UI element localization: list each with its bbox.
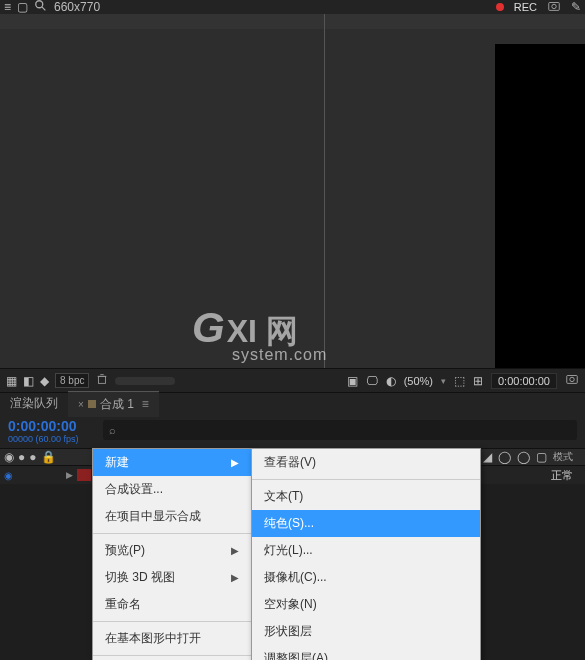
submenu-arrow-icon: ▶ [231,572,239,583]
eye-column-icon[interactable]: ◉ [4,450,14,464]
submenu-item-label: 空对象(N) [264,597,317,611]
mask-toggle-icon[interactable]: ◐ [386,374,396,388]
lock-column-icon[interactable]: 🔒 [41,450,56,464]
top-toolbar: ≡ ▢ 660x770 REC ✎ [0,0,585,14]
viewer-black-region [495,44,585,368]
switch1-icon[interactable]: ◯ [498,450,511,464]
submenu-arrow-icon: ▶ [231,545,239,556]
submenu-item-viewer[interactable]: 查看器(V) [252,449,480,476]
menu-item-label: 预览(P) [105,542,145,559]
mode-column-label: 模式 [553,450,573,464]
toggle-alpha-icon[interactable]: ▦ [6,374,17,388]
submenu-item-adjustment[interactable]: 调整图层(A) [252,645,480,660]
zoom-caret-icon[interactable]: ▾ [441,376,446,386]
context-menu: 新建 ▶ 合成设置... 在项目中显示合成 预览(P) ▶ 切换 3D 视图 ▶… [92,448,252,660]
tab-close-icon[interactable]: × [78,399,84,410]
timeline-header: 0:00:00:00 00000 (60.00 fps) ⌕ [0,414,585,448]
submenu-item-label: 灯光(L)... [264,543,313,557]
menu-item-comp-settings[interactable]: 合成设置... [93,476,251,503]
grid-icon[interactable]: ▣ [347,374,358,388]
submenu-arrow-icon: ▶ [231,457,239,468]
search-input[interactable] [116,424,571,436]
submenu-item-label: 调整图层(A) [264,651,328,660]
search-icon: ⌕ [109,424,116,436]
menu-item-label: 新建 [105,454,129,471]
submenu-item-label: 摄像机(C)... [264,570,327,584]
submenu-item-light[interactable]: 灯光(L)... [252,537,480,564]
pencil-icon[interactable]: ✎ [571,0,581,14]
menu-item-label: 在基本图形中打开 [105,630,201,647]
tab-label: 合成 1 [100,396,134,413]
monitor-icon[interactable]: 🖵 [366,374,378,388]
tab-composition[interactable]: × 合成 1 ≡ [68,391,159,417]
submenu-item-text[interactable]: 文本(T) [252,483,480,510]
switch2-icon[interactable]: ◯ [517,450,530,464]
submenu-item-label: 查看器(V) [264,455,316,469]
trash-icon[interactable] [95,372,109,389]
guides-icon[interactable]: ⊞ [473,374,483,388]
watermark-domain: system.com [232,346,327,364]
menu-item-reveal-comp[interactable]: 在项目中显示合成 [93,503,251,530]
layer-visibility-icon[interactable]: ◉ [4,470,18,481]
submenu-item-label: 形状图层 [264,624,312,638]
timeline-search[interactable]: ⌕ [103,420,577,440]
submenu-new: 查看器(V) 文本(T) 纯色(S)... 灯光(L)... 摄像机(C)...… [251,448,481,660]
menu-item-label: 合成设置... [105,481,163,498]
menu-separator [93,655,251,656]
menu-item-label: 在项目中显示合成 [105,508,201,525]
audio-column-icon[interactable]: ● [18,450,25,464]
menu-item-new[interactable]: 新建 ▶ [93,449,251,476]
menu-item-switch-3d[interactable]: 切换 3D 视图 ▶ [93,564,251,591]
svg-rect-2 [549,2,560,10]
tab-color-icon [88,400,96,408]
menu-item-open-egp[interactable]: 在基本图形中打开 [93,625,251,652]
layer-expand-icon[interactable]: ▶ [66,470,73,480]
submenu-item-label: 文本(T) [264,489,303,503]
zoom-level[interactable]: (50%) [404,375,433,387]
menu-separator [252,479,480,480]
submenu-item-shape[interactable]: 形状图层 [252,618,480,645]
resolution-display: 660x770 [54,0,100,14]
tab-label: 渲染队列 [10,395,58,412]
menu-item-preview[interactable]: 预览(P) ▶ [93,537,251,564]
svg-rect-4 [99,376,106,383]
exposure-slider[interactable] [115,377,175,385]
solo-column-icon[interactable]: ● [29,450,36,464]
switch3-icon[interactable]: ▢ [536,450,547,464]
menu-item-label: 重命名 [105,596,141,613]
submenu-item-camera[interactable]: 摄像机(C)... [252,564,480,591]
toggle-mask-icon[interactable]: ◧ [23,374,34,388]
submenu-item-null[interactable]: 空对象(N) [252,591,480,618]
snapshot-icon[interactable] [565,372,579,389]
tab-render-queue[interactable]: 渲染队列 [0,391,68,416]
timeline-tabs: 渲染队列 × 合成 1 ≡ [0,392,585,414]
svg-point-0 [36,0,43,7]
svg-rect-7 [567,376,578,384]
bpc-indicator[interactable]: 8 bpc [55,373,89,388]
svg-point-3 [552,4,556,8]
composition-viewer[interactable]: GXI 网 system.com [0,14,585,368]
preview-time[interactable]: 0:00:00:00 [491,373,557,389]
submenu-item-label: 纯色(S)... [264,516,314,530]
viewer-footer-bar: ▦ ◧ ◆ 8 bpc ▣ 🖵 ◐ (50%) ▾ ⬚ ⊞ 0:00:00:00 [0,368,585,392]
timeline-fps: 00000 (60.00 fps) [8,434,79,444]
svg-line-1 [42,6,46,10]
toggle-chan-icon[interactable]: ◆ [40,374,49,388]
watermark: GXI 网 system.com [192,304,327,364]
menu-item-rename[interactable]: 重命名 [93,591,251,618]
submenu-item-solid[interactable]: 纯色(S)... [252,510,480,537]
shy-icon[interactable]: ◢ [483,450,492,464]
record-indicator-icon [496,3,504,11]
tab-menu-icon[interactable]: ≡ [142,397,149,411]
timeline-timecode: 0:00:00:00 [8,418,77,434]
menu-separator [93,533,251,534]
window-icon[interactable]: ▢ [17,0,28,14]
timeline-timecode-block[interactable]: 0:00:00:00 00000 (60.00 fps) [8,418,79,444]
svg-point-8 [570,377,574,381]
region-icon[interactable]: ⬚ [454,374,465,388]
layer-color-swatch[interactable] [77,469,91,481]
record-label: REC [514,1,537,13]
menu-icon[interactable]: ≡ [4,0,11,14]
layer-mode[interactable]: 正常 [551,468,573,483]
menu-item-label: 切换 3D 视图 [105,569,175,586]
